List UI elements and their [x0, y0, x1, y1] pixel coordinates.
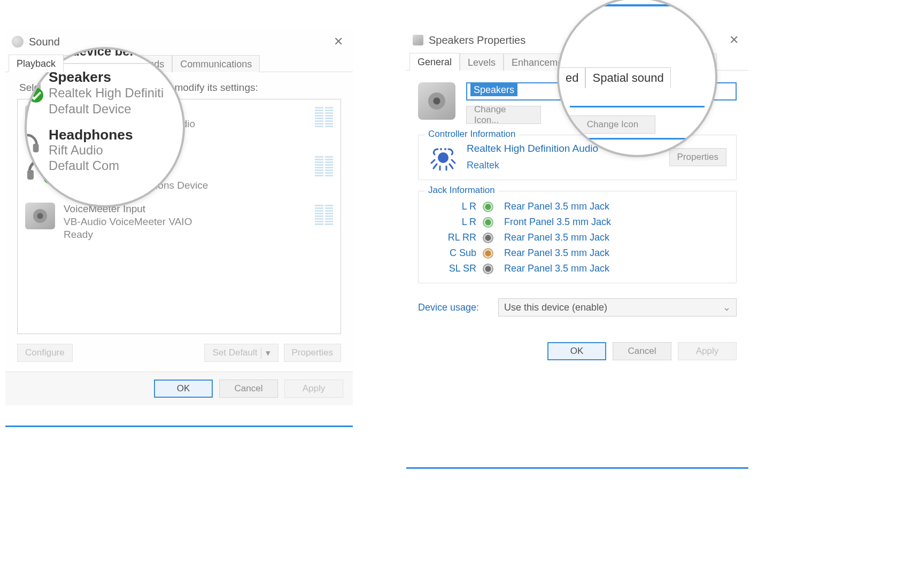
level-meter-icon	[315, 105, 333, 127]
controller-group: Controller Information Realtek Hi	[418, 135, 737, 180]
mag-device-desc: Rift Audio	[49, 142, 133, 158]
device-desc: VB-Audio VoiceMeeter VAIO	[64, 215, 306, 228]
tab-playback[interactable]: Playback	[9, 55, 64, 72]
controller-name: Realtek High Definition Audio	[467, 143, 598, 154]
close-icon[interactable]: ✕	[726, 32, 742, 48]
tab-levels[interactable]: Levels	[460, 53, 504, 71]
mag-device-name: Headphones	[49, 126, 133, 142]
device-text: VoiceMeeter Input VB-Audio VoiceMeeter V…	[64, 203, 306, 241]
properties-button[interactable]: Properties	[284, 344, 341, 362]
controller-properties-button[interactable]: Properties	[669, 148, 726, 166]
jack-row: L R Rear Panel 3.5 mm Jack	[428, 201, 726, 212]
jack-channels: L R	[428, 216, 476, 228]
configure-button[interactable]: Configure	[17, 344, 73, 362]
set-default-label: Set Default	[212, 347, 257, 358]
jack-label: Rear Panel 3.5 mm Jack	[504, 247, 726, 259]
mag-device-status: Default Com	[49, 158, 133, 174]
device-name-value: Speakers	[470, 83, 517, 96]
set-default-button[interactable]: Set Default ▾	[204, 344, 278, 362]
jack-label: Front Panel 3.5 mm Jack	[504, 216, 726, 228]
jack-channels: RL RR	[428, 232, 476, 243]
controller-legend: Controller Information	[425, 129, 519, 140]
chevron-down-icon: ⌄	[723, 301, 731, 313]
jack-channels: C Sub	[428, 247, 476, 259]
cancel-button[interactable]: Cancel	[219, 380, 278, 398]
jack-label: Rear Panel 3.5 mm Jack	[504, 232, 726, 243]
speaker-icon	[25, 203, 55, 229]
chevron-down-icon: ▾	[261, 347, 270, 359]
sound-tabstrip: Playback Recording Sounds Communications	[5, 54, 353, 72]
jack-group: Jack Information L R Rear Panel 3.5 mm J…	[418, 191, 737, 283]
realtek-crab-icon	[428, 144, 458, 171]
jack-row: RL RR Rear Panel 3.5 mm Jack	[428, 232, 726, 243]
apply-button[interactable]: Apply	[678, 342, 737, 360]
jack-color-icon	[483, 264, 493, 274]
mag-device-name: Speakers	[49, 69, 164, 85]
tab-general[interactable]: General	[409, 53, 460, 71]
mag-device-status: Default Device	[49, 101, 164, 117]
sound-titlebar: Sound ✕	[5, 29, 353, 54]
jack-color-icon	[483, 248, 493, 259]
device-voicemeeter[interactable]: VoiceMeeter Input VB-Audio VoiceMeeter V…	[18, 197, 341, 246]
divider	[570, 138, 705, 140]
level-meter-icon	[315, 154, 333, 176]
change-icon-button[interactable]: Change Icon	[570, 115, 655, 134]
svg-point-6	[444, 148, 446, 150]
device-usage-select[interactable]: Use this device (enable) ⌄	[498, 298, 737, 316]
device-usage-label: Device usage:	[418, 302, 488, 313]
volume-icon	[12, 36, 24, 48]
tab-communications[interactable]: Communications	[172, 55, 260, 72]
svg-point-4	[438, 152, 448, 163]
jack-legend: Jack Information	[425, 185, 498, 196]
jack-color-icon	[483, 233, 493, 243]
device-usage-row: Device usage: Use this device (enable) ⌄	[418, 298, 737, 316]
device-icon	[25, 203, 55, 229]
divider	[5, 425, 353, 427]
change-icon-button[interactable]: Change Icon...	[466, 106, 541, 124]
tab-spatial-sound[interactable]: Spatial sound	[585, 67, 670, 88]
ok-button[interactable]: OK	[154, 380, 213, 398]
svg-rect-0	[27, 170, 34, 180]
level-meter-icon	[315, 203, 333, 225]
controller-text: Realtek High Definition Audio Realtek	[467, 143, 598, 171]
tab-advanced-fragment: ed	[559, 67, 585, 88]
window-icon	[413, 35, 423, 45]
magnifier-right: ed Spatial sound Change Icon	[557, 0, 717, 157]
svg-rect-3	[33, 143, 39, 152]
cancel-button[interactable]: Cancel	[613, 342, 671, 360]
sound-title: Sound	[29, 36, 330, 48]
controller-vendor: Realtek	[467, 160, 598, 171]
props-dialog-buttons: OK Cancel Apply	[406, 326, 748, 371]
jack-channels: L R	[428, 201, 476, 212]
sound-row-buttons: Configure Set Default ▾ Properties	[17, 344, 341, 362]
jack-row: SL SR Rear Panel 3.5 mm Jack	[428, 263, 726, 274]
mag-device-desc: Realtek High Definiti	[49, 85, 164, 101]
divider	[406, 467, 748, 469]
close-icon[interactable]: ✕	[330, 34, 346, 50]
jack-color-icon	[483, 217, 493, 228]
speaker-icon	[418, 82, 455, 120]
jack-label: Rear Panel 3.5 mm Jack	[504, 263, 726, 274]
sound-dialog-buttons: OK Cancel Apply	[5, 372, 353, 405]
jack-channels: SL SR	[428, 263, 476, 274]
svg-point-5	[440, 148, 442, 150]
divider	[570, 106, 705, 107]
jack-label: Rear Panel 3.5 mm Jack	[504, 201, 726, 212]
jack-row: C Sub Rear Panel 3.5 mm Jack	[428, 247, 726, 259]
jack-color-icon	[483, 202, 493, 212]
ok-button[interactable]: OK	[547, 342, 606, 360]
device-usage-value: Use this device (enable)	[504, 302, 607, 313]
apply-button[interactable]: Apply	[284, 380, 343, 398]
device-status: Ready	[64, 228, 306, 241]
jack-row: L R Front Panel 3.5 mm Jack	[428, 216, 726, 228]
divider	[592, 4, 683, 6]
